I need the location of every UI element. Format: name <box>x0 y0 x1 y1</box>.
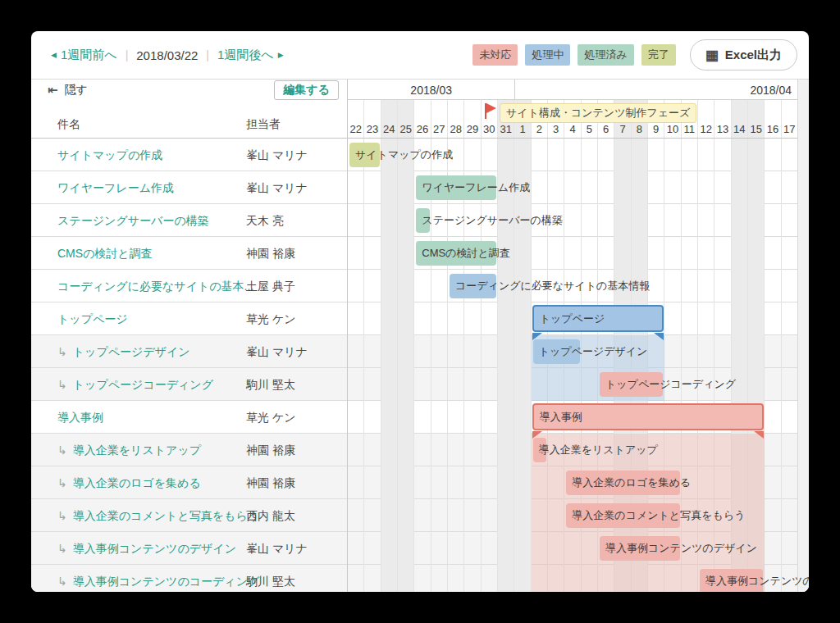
task-link[interactable]: 導入事例 <box>57 411 103 424</box>
timeline-cell <box>448 532 464 565</box>
timeline-cell <box>431 270 448 302</box>
timeline-cell <box>464 401 481 434</box>
assignee-label: 神園 裕康 <box>246 237 295 270</box>
timeline-cell <box>732 335 748 368</box>
milestone-marker[interactable]: サイト構成・コンテンツ制作フェーズ <box>485 103 696 121</box>
excel-export-button[interactable]: ▦ Excel出力 <box>690 39 797 70</box>
timeline-cell <box>398 499 414 532</box>
edit-button[interactable]: 編集する <box>274 80 339 100</box>
task-row: ↳導入企業をリストアップ神園 裕康導入企業をリストアップ <box>31 434 809 466</box>
timeline-cell <box>381 434 398 466</box>
timeline-cell <box>414 532 431 565</box>
timeline-cell <box>782 532 798 565</box>
day-number: 29 <box>464 123 480 135</box>
timeline-cell <box>414 499 431 532</box>
day-number: 10 <box>664 123 680 135</box>
timeline-cell <box>632 171 648 204</box>
task-link[interactable]: サイトマップの作成 <box>57 148 162 161</box>
timeline-cell <box>448 499 464 532</box>
task-name-cell: コーディングに必要なサイトの基本... <box>57 270 253 302</box>
timeline-cell <box>514 434 531 466</box>
task-name-cell: 導入事例 <box>57 401 103 434</box>
week-navigation: ◀ 1週間前へ | 2018/03/22 | 1週間後へ ▶ <box>51 48 284 63</box>
timeline-cell <box>348 401 364 434</box>
task-link[interactable]: ステージングサーバーの構築 <box>57 214 209 227</box>
task-link[interactable]: 導入企業のコメントと写真をもらう <box>73 509 259 522</box>
assignee-label: 神園 裕康 <box>246 434 295 466</box>
timeline-cell <box>431 302 448 335</box>
task-link[interactable]: 導入事例コンテンツのデザイン <box>73 542 236 555</box>
task-row: 導入事例草光 ケン導入事例 <box>31 401 809 434</box>
timeline-cell <box>648 270 664 302</box>
timeline-cell <box>398 302 414 335</box>
timeline-cell <box>348 434 364 466</box>
timeline-cell <box>514 499 531 532</box>
timeline-cell <box>364 171 381 204</box>
task-row: トップページ草光 ケントップページ <box>31 302 809 335</box>
bar-label: 導入企業のロゴを集める <box>572 466 691 499</box>
assignee-label: 峯山 マリナ <box>246 139 308 171</box>
bar-label: トップページデザイン <box>539 335 648 368</box>
month-cell: 2018/03 <box>348 80 514 100</box>
timeline-cell <box>448 466 464 499</box>
timeline-cell <box>765 499 781 532</box>
task-link[interactable]: トップページコーディング <box>73 378 213 391</box>
scrollbar-track[interactable] <box>797 80 809 592</box>
hide-panel-button[interactable]: ⇤ 隠す <box>48 83 88 98</box>
child-arrow-icon: ↳ <box>57 378 67 391</box>
timeline-cell <box>664 171 681 204</box>
legend-badge-open: 未対応 <box>472 44 518 66</box>
chevron-right-icon: ▶ <box>278 51 284 59</box>
timeline-cell <box>364 499 381 532</box>
legend-badge-resolved: 処理済み <box>578 44 633 66</box>
day-cell: 12 <box>698 100 714 138</box>
timeline-cell <box>348 302 364 335</box>
task-link[interactable]: 導入事例コンテンツのコーディング <box>73 575 260 588</box>
row-timeline: 導入企業のロゴを集める <box>347 466 797 499</box>
task-link[interactable]: トップページ <box>57 312 128 325</box>
timeline-cell <box>364 335 381 368</box>
legend-badge-done: 完了 <box>641 44 676 66</box>
timeline-cell <box>364 270 381 302</box>
task-link[interactable]: トップページデザイン <box>73 345 190 358</box>
day-number: 14 <box>732 123 747 135</box>
timeline-cell <box>782 499 798 532</box>
timeline-cell <box>614 237 631 270</box>
timeline-cell <box>782 237 798 270</box>
day-number: 23 <box>364 123 380 135</box>
timeline-cell <box>782 335 798 368</box>
timeline-cell <box>548 171 564 204</box>
task-link[interactable]: ワイヤーフレーム作成 <box>57 181 174 194</box>
timeline-cell <box>431 434 448 466</box>
current-date: 2018/03/22 <box>136 48 198 62</box>
task-link[interactable]: 導入企業のロゴを集める <box>73 476 201 489</box>
timeline-cell <box>364 434 381 466</box>
timeline-cell <box>464 368 481 401</box>
timeline-cell <box>381 237 398 270</box>
month-header-row: 2018/032018/04 <box>348 80 797 100</box>
day-number: 13 <box>714 123 730 135</box>
timeline-cell <box>514 237 531 270</box>
prev-week-link[interactable]: ◀ 1週間前へ <box>51 48 117 63</box>
next-week-link[interactable]: 1週間後へ ▶ <box>217 48 284 63</box>
timeline-cell <box>414 368 431 401</box>
task-row: サイトマップの作成峯山 マリナサイトマップの作成 <box>31 139 809 171</box>
timeline-cell <box>348 335 364 368</box>
task-name-cell: ↳導入企業のロゴを集める <box>57 466 201 499</box>
parent-bar-right-wing <box>754 431 764 439</box>
assignee-label: 駒川 堅太 <box>246 565 295 592</box>
timeline-cell <box>498 532 514 565</box>
timeline-cell <box>664 237 681 270</box>
timeline-cell <box>464 565 481 592</box>
task-link[interactable]: コーディングに必要なサイトの基本... <box>57 280 253 293</box>
timeline-cell <box>398 434 414 466</box>
timeline-cell <box>664 139 681 171</box>
task-link[interactable]: CMSの検討と調査 <box>57 247 153 260</box>
timeline-cell <box>464 532 481 565</box>
timeline-cell <box>748 368 765 401</box>
timeline-cell <box>782 139 798 171</box>
task-link[interactable]: 導入企業をリストアップ <box>73 443 201 457</box>
timeline-cell <box>348 499 364 532</box>
bar-label: トップページコーディング <box>605 368 736 401</box>
task-panel-header: ⇤ 隠す 編集する 件名 担当者 <box>31 80 347 139</box>
